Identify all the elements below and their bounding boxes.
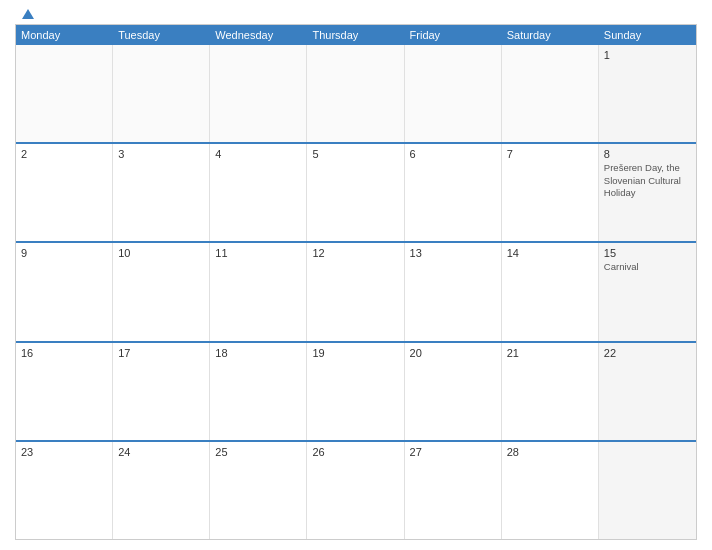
header-day-tuesday: Tuesday [113,25,210,45]
calendar-cell: 9 [16,243,113,340]
day-number: 17 [118,347,204,359]
event-label: Carnival [604,261,691,273]
day-number: 7 [507,148,593,160]
day-number: 5 [312,148,398,160]
calendar-cell: 3 [113,144,210,241]
day-number: 21 [507,347,593,359]
calendar-body: 12345678Prešeren Day, the Slovenian Cult… [16,45,696,539]
calendar-cell: 18 [210,343,307,440]
calendar-cell: 8Prešeren Day, the Slovenian Cultural Ho… [599,144,696,241]
calendar-cell: 21 [502,343,599,440]
header-day-thursday: Thursday [307,25,404,45]
calendar-cell [307,45,404,142]
header-day-friday: Friday [405,25,502,45]
calendar-cell: 12 [307,243,404,340]
calendar-row: 2345678Prešeren Day, the Slovenian Cultu… [16,142,696,241]
calendar-cell: 20 [405,343,502,440]
day-number: 3 [118,148,204,160]
day-number: 22 [604,347,691,359]
calendar-row: 9101112131415Carnival [16,241,696,340]
event-label: Prešeren Day, the Slovenian Cultural Hol… [604,162,691,199]
calendar-header: MondayTuesdayWednesdayThursdayFridaySatu… [16,25,696,45]
calendar-cell: 24 [113,442,210,539]
calendar-cell [210,45,307,142]
calendar-cell: 28 [502,442,599,539]
calendar-cell: 26 [307,442,404,539]
calendar-cell: 22 [599,343,696,440]
day-number: 12 [312,247,398,259]
day-number: 15 [604,247,691,259]
calendar-cell: 2 [16,144,113,241]
day-number: 2 [21,148,107,160]
header-day-wednesday: Wednesday [210,25,307,45]
calendar-cell: 19 [307,343,404,440]
calendar-cell [113,45,210,142]
day-number: 23 [21,446,107,458]
calendar-cell: 10 [113,243,210,340]
day-number: 16 [21,347,107,359]
calendar-cell [16,45,113,142]
day-number: 24 [118,446,204,458]
calendar-row: 16171819202122 [16,341,696,440]
day-number: 14 [507,247,593,259]
page-header [15,10,697,20]
calendar-cell [502,45,599,142]
day-number: 6 [410,148,496,160]
calendar-page: MondayTuesdayWednesdayThursdayFridaySatu… [0,0,712,550]
day-number: 1 [604,49,691,61]
day-number: 13 [410,247,496,259]
header-day-saturday: Saturday [502,25,599,45]
calendar-cell: 23 [16,442,113,539]
calendar-cell: 16 [16,343,113,440]
day-number: 11 [215,247,301,259]
calendar-cell: 5 [307,144,404,241]
calendar-cell: 27 [405,442,502,539]
day-number: 18 [215,347,301,359]
calendar-cell [599,442,696,539]
calendar-row: 232425262728 [16,440,696,539]
calendar-cell: 7 [502,144,599,241]
day-number: 28 [507,446,593,458]
day-number: 9 [21,247,107,259]
calendar-cell: 11 [210,243,307,340]
calendar-cell: 25 [210,442,307,539]
calendar-row: 1 [16,45,696,142]
logo-triangle-icon [22,9,34,19]
day-number: 19 [312,347,398,359]
calendar-cell: 13 [405,243,502,340]
header-day-sunday: Sunday [599,25,696,45]
day-number: 4 [215,148,301,160]
calendar: MondayTuesdayWednesdayThursdayFridaySatu… [15,24,697,540]
calendar-cell: 17 [113,343,210,440]
day-number: 20 [410,347,496,359]
calendar-cell: 1 [599,45,696,142]
calendar-cell: 4 [210,144,307,241]
day-number: 26 [312,446,398,458]
calendar-cell: 15Carnival [599,243,696,340]
day-number: 25 [215,446,301,458]
day-number: 8 [604,148,691,160]
calendar-cell [405,45,502,142]
calendar-cell: 6 [405,144,502,241]
day-number: 27 [410,446,496,458]
logo [20,10,34,20]
header-day-monday: Monday [16,25,113,45]
day-number: 10 [118,247,204,259]
calendar-cell: 14 [502,243,599,340]
